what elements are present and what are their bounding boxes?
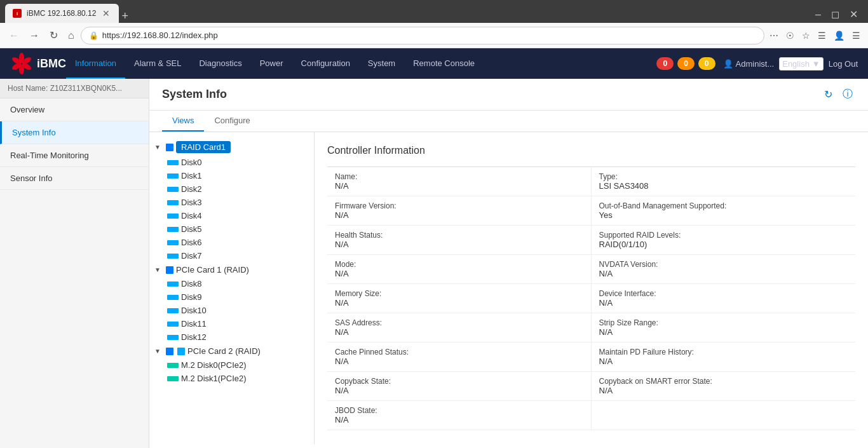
m2-disk0-label: M.2 Disk0(PCIe2) [181, 360, 247, 370]
pcie-card2-label[interactable]: PCIe Card 2 (RAID) [187, 346, 261, 356]
value-copyback: N/A [335, 386, 583, 395]
nav-item-configuration[interactable]: Configuration [292, 48, 359, 79]
tree-node-pcie-card2-header[interactable]: ▼ PCIe Card 2 (RAID) [149, 344, 314, 358]
home-button[interactable]: ⌂ [64, 27, 78, 44]
label-jbod: JBOD State: [335, 406, 583, 415]
tree-node-disk8[interactable]: Disk8 [162, 277, 314, 290]
info-cell-mode: Mode: N/A [327, 255, 592, 283]
info-cell-nvdata: NVDATA Version: N/A [592, 255, 856, 283]
collapse-icon-pcie1[interactable]: ▼ [154, 266, 163, 273]
nav-item-system[interactable]: System [359, 48, 404, 79]
content-area: System Info ↻ ⓘ Views Configure ▼ [149, 79, 868, 448]
tree-node-disk0[interactable]: Disk0 [162, 156, 314, 169]
info-cell-strip: Strip Size Range: N/A [592, 313, 856, 342]
sidebar-item-overview[interactable]: Overview [0, 98, 149, 121]
browser-tab[interactable]: i iBMC 192.168.80.12 ✕ [5, 4, 119, 23]
disk4-label: Disk4 [181, 211, 202, 221]
content-tabs: Views Configure [149, 111, 868, 132]
tree-node-disk3[interactable]: Disk3 [162, 196, 314, 209]
sidebar-item-real-time-monitoring[interactable]: Real-Time Monitoring [0, 144, 149, 167]
minimize-button[interactable]: – [810, 6, 826, 23]
chevron-down-icon: ▼ [812, 59, 820, 69]
disk1-label: Disk1 [181, 171, 202, 180]
tab-views[interactable]: Views [162, 111, 204, 132]
top-navigation: iBMC Information Alarm & SEL Diagnostics… [0, 48, 868, 79]
tree-node-disk2[interactable]: Disk2 [162, 182, 314, 196]
tree-node-disk12[interactable]: Disk12 [162, 330, 314, 344]
collapse-icon-pcie2[interactable]: ▼ [154, 348, 163, 355]
disk9-label: Disk9 [181, 292, 202, 302]
disk0-label: Disk0 [181, 158, 202, 167]
url-input[interactable] [102, 31, 756, 40]
huawei-logo-icon [10, 52, 33, 75]
value-health: N/A [335, 240, 583, 249]
help-button[interactable]: ⓘ [840, 85, 855, 104]
label-type: Type: [599, 172, 848, 181]
label-pd-failure: Maintain PD Failure History: [599, 348, 848, 356]
favicon: i [13, 9, 22, 18]
tree-node-raid-card1-header[interactable]: ▼ RAID Card1 [149, 139, 314, 156]
disk11-label: Disk11 [181, 319, 207, 329]
maximize-button[interactable]: ◻ [826, 6, 844, 23]
label-dev-iface: Device Interface: [599, 289, 848, 298]
more-options-button[interactable]: ⋯ [767, 28, 781, 43]
forward-button[interactable]: → [25, 27, 43, 44]
tree-node-disk4[interactable]: Disk4 [162, 209, 314, 222]
sync-button[interactable]: 👤 [831, 28, 847, 43]
tree-node-disk10[interactable]: Disk10 [162, 304, 314, 317]
content-header: System Info ↻ ⓘ [149, 79, 868, 111]
reload-button[interactable]: ↻ [46, 27, 62, 44]
tree-node-disk9[interactable]: Disk9 [162, 290, 314, 304]
admin-menu[interactable]: 👤 Administ... [723, 59, 775, 69]
info-cell-oob: Out-of-Band Management Supported: Yes [592, 196, 856, 225]
tree-node-m2-disk0[interactable]: M.2 Disk0(PCIe2) [162, 358, 314, 372]
shield-button[interactable]: ☉ [783, 28, 797, 43]
value-type: LSI SAS3408 [599, 181, 848, 191]
collapse-icon-raid1[interactable]: ▼ [154, 144, 163, 151]
tree-node-m2-disk1[interactable]: M.2 Disk1(PCIe2) [162, 372, 314, 385]
tab-configure[interactable]: Configure [204, 111, 260, 132]
logout-button[interactable]: Log Out [829, 59, 858, 69]
disk8-label: Disk8 [181, 279, 202, 288]
disk7-label: Disk7 [181, 251, 202, 261]
tree-node-disk11[interactable]: Disk11 [162, 317, 314, 330]
main-navigation: Information Alarm & SEL Diagnostics Powe… [66, 48, 656, 79]
nav-item-power[interactable]: Power [251, 48, 292, 79]
sidebar-item-system-info[interactable]: System Info [0, 121, 149, 144]
info-row-6: SAS Address: N/A Strip Size Range: N/A [327, 313, 855, 343]
label-copyback-smart: Copyback on SMART error State: [599, 377, 848, 386]
m2-disk-icon-0 [167, 363, 179, 368]
value-nvdata: N/A [599, 269, 848, 278]
info-cell-empty [592, 401, 856, 430]
nav-item-information[interactable]: Information [66, 48, 125, 79]
raid-card1-label[interactable]: RAID Card1 [176, 141, 231, 153]
tree-node-disk6[interactable]: Disk6 [162, 236, 314, 249]
new-tab-button[interactable]: + [121, 10, 128, 23]
language-selector[interactable]: English ▼ [779, 57, 824, 71]
bookmarks-panel-button[interactable]: ☰ [815, 28, 829, 43]
tree-node-disk5[interactable]: Disk5 [162, 222, 314, 236]
main-area: Host Name: Z10Z311XBQN0K5... Overview Sy… [0, 79, 868, 448]
tree-node-disk1[interactable]: Disk1 [162, 169, 314, 182]
back-button[interactable]: ← [5, 27, 23, 44]
tree-node-pcie-card1-header[interactable]: ▼ PCIe Card 1 (RAID) [149, 262, 314, 277]
tree-node-disk7[interactable]: Disk7 [162, 249, 314, 262]
bookmark-button[interactable]: ☆ [799, 28, 813, 43]
close-tab-button[interactable]: ✕ [101, 7, 111, 20]
nav-item-remote-console[interactable]: Remote Console [404, 48, 484, 79]
warning-badge[interactable]: 0 [677, 57, 695, 70]
nav-item-diagnostics[interactable]: Diagnostics [190, 48, 250, 79]
critical-badge[interactable]: 0 [656, 57, 674, 70]
refresh-button[interactable]: ↻ [822, 85, 835, 104]
disk6-label: Disk6 [181, 238, 202, 247]
info-badge[interactable]: 0 [698, 57, 715, 70]
sidebar-item-sensor-info[interactable]: Sensor Info [0, 167, 149, 190]
menu-button[interactable]: ☰ [850, 28, 863, 43]
info-row-3: Health Status: N/A Supported RAID Levels… [327, 226, 855, 255]
close-window-button[interactable]: ✕ [844, 6, 863, 23]
pcie-card1-label[interactable]: PCIe Card 1 (RAID) [176, 265, 249, 275]
security-icon: 🔒 [89, 31, 98, 40]
brand: iBMC [10, 52, 66, 75]
admin-label: Administ... [736, 59, 775, 69]
nav-item-alarm[interactable]: Alarm & SEL [125, 48, 190, 79]
